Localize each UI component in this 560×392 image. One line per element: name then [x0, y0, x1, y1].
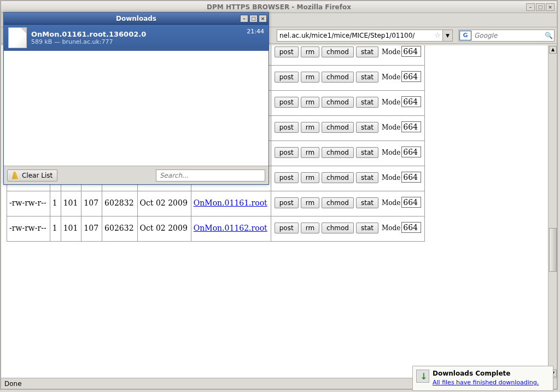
post-button[interactable]: post: [275, 147, 299, 158]
perm-cell: -rw-rw-r--: [7, 217, 50, 242]
bookmark-star-icon[interactable]: ☆: [433, 31, 442, 39]
mode-input[interactable]: [401, 222, 421, 233]
actions-cell: postrmchmodstatMode: [271, 116, 425, 141]
stat-button[interactable]: stat: [356, 172, 378, 183]
downloads-search[interactable]: [156, 169, 265, 182]
window-titlebar[interactable]: DPM HTTPS BROWSER - Mozilla Firefox – □ …: [1, 1, 557, 13]
uid-cell: 101: [61, 191, 81, 217]
size-cell: 602832: [102, 191, 137, 217]
mode-label: Mode: [382, 174, 400, 182]
search-input[interactable]: [472, 30, 543, 41]
actions-cell: postrmchmodstatMode: [271, 91, 425, 116]
download-complete-toast[interactable]: Downloads Complete All files have finish…: [412, 366, 553, 391]
actions-cell: postrmchmodstatMode: [271, 45, 425, 66]
mode-label: Mode: [382, 149, 400, 156]
actions-cell: postrmchmodstatMode: [271, 191, 425, 217]
rm-button[interactable]: rm: [301, 172, 319, 183]
url-bar[interactable]: ☆ ▼: [277, 30, 453, 42]
links-cell: 1: [50, 217, 61, 242]
scroll-thumb[interactable]: [549, 228, 557, 272]
downloads-search-input[interactable]: [156, 170, 265, 181]
stat-button[interactable]: stat: [356, 223, 378, 233]
date-cell: Oct 02 2009: [137, 191, 191, 217]
post-button[interactable]: post: [275, 122, 299, 133]
search-go-icon[interactable]: 🔍: [543, 32, 554, 39]
mode-input[interactable]: [401, 96, 421, 107]
post-button[interactable]: post: [275, 172, 299, 183]
chmod-button[interactable]: chmod: [322, 147, 354, 158]
stat-button[interactable]: stat: [356, 147, 378, 158]
downloads-titlebar[interactable]: Downloads – □ ×: [4, 13, 269, 25]
maximize-button[interactable]: □: [536, 3, 545, 11]
search-engine-icon[interactable]: G: [459, 31, 471, 40]
mode-input[interactable]: [401, 172, 421, 183]
download-item[interactable]: OnMon.01161.root.136002.0 589 kB — brune…: [4, 25, 269, 51]
dl-close-button[interactable]: ×: [259, 15, 267, 22]
dl-maximize-button[interactable]: □: [249, 15, 258, 22]
stat-button[interactable]: stat: [356, 97, 378, 108]
url-history-dropdown[interactable]: ▼: [442, 30, 452, 41]
toast-link[interactable]: All files have finished downloading.: [433, 379, 549, 386]
file-link[interactable]: OnMon.01161.root: [194, 198, 267, 207]
download-time: 21:44: [247, 28, 264, 35]
chmod-button[interactable]: chmod: [322, 97, 354, 108]
name-cell: OnMon.01162.root: [191, 217, 271, 242]
mode-label: Mode: [382, 98, 400, 106]
search-box[interactable]: G 🔍: [458, 30, 555, 42]
file-icon: [8, 27, 27, 48]
minimize-button[interactable]: –: [526, 3, 535, 11]
downloads-window[interactable]: Downloads – □ × OnMon.01161.root.136002.…: [3, 12, 269, 185]
rm-button[interactable]: rm: [301, 197, 319, 208]
size-cell: 602632: [102, 217, 137, 242]
mode-label: Mode: [382, 48, 400, 56]
mode-label: Mode: [382, 73, 400, 81]
downloads-title: Downloads: [116, 15, 156, 22]
perm-cell: -rw-rw-r--: [7, 191, 50, 217]
actions-cell: postrmchmodstatMode: [271, 141, 425, 166]
stat-button[interactable]: stat: [356, 46, 378, 57]
rm-button[interactable]: rm: [301, 223, 319, 233]
mode-input[interactable]: [401, 197, 421, 208]
rm-button[interactable]: rm: [301, 122, 319, 133]
chmod-button[interactable]: chmod: [322, 223, 354, 233]
mode-input[interactable]: [401, 121, 421, 132]
date-cell: Oct 02 2009: [137, 217, 191, 242]
chmod-button[interactable]: chmod: [322, 197, 354, 208]
mode-label: Mode: [382, 224, 400, 232]
rm-button[interactable]: rm: [301, 72, 319, 83]
vertical-scrollbar[interactable]: ▲ ▼: [548, 45, 557, 378]
post-button[interactable]: post: [275, 197, 299, 208]
chmod-button[interactable]: chmod: [322, 46, 354, 57]
status-text: Done: [4, 380, 22, 388]
mode-input[interactable]: [401, 71, 421, 82]
rm-button[interactable]: rm: [301, 46, 319, 57]
scroll-up-button[interactable]: ▲: [549, 46, 557, 54]
rm-button[interactable]: rm: [301, 97, 319, 108]
url-input[interactable]: [277, 30, 433, 41]
table-row: -rw-rw-r--1101107602632Oct 02 2009OnMon.…: [7, 217, 425, 242]
download-filename: OnMon.01161.root.136002.0: [31, 30, 242, 38]
actions-cell: postrmchmodstatMode: [271, 66, 425, 91]
stat-button[interactable]: stat: [356, 122, 378, 133]
chmod-button[interactable]: chmod: [322, 172, 354, 183]
dl-minimize-button[interactable]: –: [240, 15, 248, 22]
actions-cell: postrmchmodstatMode: [271, 166, 425, 191]
mode-label: Mode: [382, 199, 400, 207]
links-cell: 1: [50, 191, 61, 217]
chmod-button[interactable]: chmod: [322, 122, 354, 133]
post-button[interactable]: post: [275, 72, 299, 83]
downloads-toolbar: Clear List: [4, 166, 269, 184]
post-button[interactable]: post: [275, 97, 299, 108]
mode-input[interactable]: [401, 147, 421, 157]
mode-input[interactable]: [401, 46, 421, 57]
post-button[interactable]: post: [275, 223, 299, 233]
close-button[interactable]: ×: [546, 3, 555, 11]
post-button[interactable]: post: [275, 46, 299, 57]
download-meta: 589 kB — brunel.ac.uk:777: [31, 38, 242, 45]
rm-button[interactable]: rm: [301, 147, 319, 158]
stat-button[interactable]: stat: [356, 197, 378, 208]
file-link[interactable]: OnMon.01162.root: [194, 224, 267, 232]
clear-list-button[interactable]: Clear List: [7, 169, 57, 182]
chmod-button[interactable]: chmod: [322, 72, 354, 83]
stat-button[interactable]: stat: [356, 72, 378, 83]
